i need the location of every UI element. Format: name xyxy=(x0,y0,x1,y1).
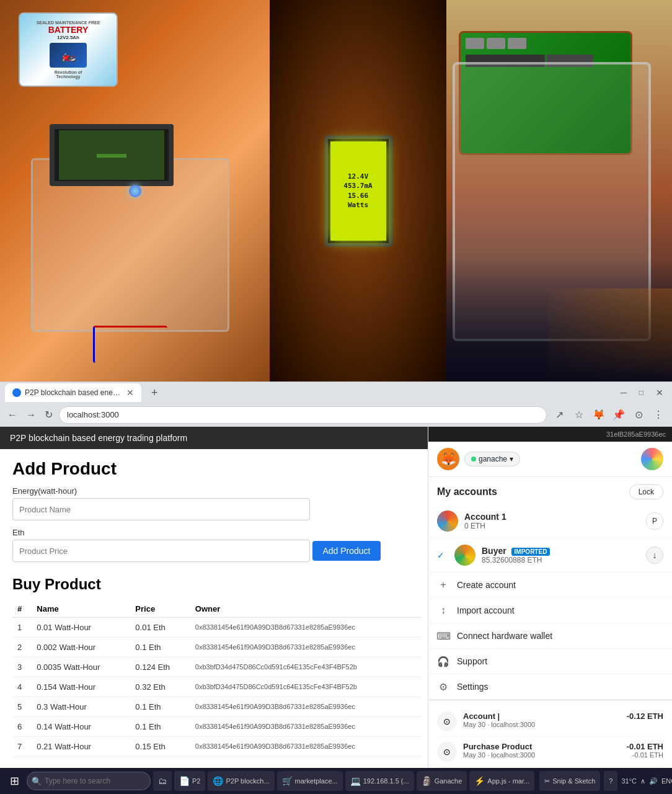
buyer-options-button[interactable]: ↓ xyxy=(646,546,663,564)
plus-icon: + xyxy=(437,579,449,591)
start-button[interactable]: ⊞ xyxy=(5,772,24,790)
taskbar-word-button[interactable]: 📄 P2 xyxy=(174,771,205,791)
account-item-1[interactable]: Account 1 0 ETH P xyxy=(428,504,672,538)
cell-price: 0.1 Eth xyxy=(130,697,190,716)
taskbar-marketplace-label: marketplace... xyxy=(295,777,338,785)
bookmark-icon[interactable]: ☆ xyxy=(570,406,588,424)
eth-label: Eth xyxy=(12,528,415,537)
col-header-id: # xyxy=(12,600,32,618)
metamask-body: 🦊 ganache ▾ My accounts Lock Account 1 0… xyxy=(428,442,672,774)
minimize-button[interactable]: ─ xyxy=(617,388,630,398)
cell-name: 0.01 Watt-Hour xyxy=(32,617,130,637)
settings-item[interactable]: ⚙ Settings xyxy=(428,674,672,700)
import-account-label: Import account xyxy=(457,605,515,615)
cell-owner: 0x83381454e61f90A99D3B8d67331e8285aE9936… xyxy=(190,716,422,736)
tab-close-button[interactable]: ✕ xyxy=(126,388,134,398)
network-chevron-icon: ▾ xyxy=(510,455,513,463)
account-item-buyer[interactable]: Buyer IMPORTED 85.32600888 ETH ↓ xyxy=(428,538,672,573)
account-1-name: Account 1 xyxy=(464,512,640,522)
profile-icon[interactable]: ⊙ xyxy=(630,406,647,424)
taskbar-appjs-button[interactable]: ⚡ App.js - mar... xyxy=(469,771,534,791)
taskbar-marketplace-button[interactable]: 🛒 marketplace... xyxy=(277,771,343,791)
tx-account-subtitle: May 30 · localhost:3000 xyxy=(463,721,621,728)
settings-label: Settings xyxy=(457,682,489,692)
eth-input[interactable] xyxy=(12,540,310,562)
snip-icon: ✂ xyxy=(544,777,550,785)
more-icon[interactable]: ⋮ xyxy=(650,406,667,424)
table-row: 6 0.14 Watt-Hour 0.1 Eth 0x83381454e61f9… xyxy=(12,716,422,736)
sound-icon: 🔊 xyxy=(649,777,658,785)
metamask-panel: 31elB285aE9936ec 🦊 ganache ▾ My accounts… xyxy=(428,427,672,787)
metamask-fox-icon: 🦊 xyxy=(437,448,459,470)
hardware-wallet-icon: ⌨ xyxy=(437,630,449,642)
cell-id: 6 xyxy=(12,716,32,736)
cell-id: 4 xyxy=(12,677,32,697)
forward-button[interactable]: → xyxy=(24,407,38,423)
buyer-avatar xyxy=(454,545,475,566)
lock-button[interactable]: Lock xyxy=(629,484,663,499)
col-header-price: Price xyxy=(130,600,190,618)
new-tab-button[interactable]: + xyxy=(146,386,163,399)
account-1-options-button[interactable]: P xyxy=(646,512,663,530)
taskbar-search-input[interactable] xyxy=(27,772,151,790)
help-button[interactable]: ? xyxy=(604,771,617,791)
support-item[interactable]: 🎧 Support xyxy=(428,649,672,674)
tx-purchase-amount: -0.01 ETH -0.01 ETH xyxy=(627,742,663,759)
ssh-icon: 💻 xyxy=(350,776,361,786)
account-1-info: Account 1 0 ETH xyxy=(464,512,640,530)
main-layout: P2P blockchain based energy trading plat… xyxy=(0,427,672,787)
network-selector[interactable]: ganache ▾ xyxy=(464,452,520,466)
metamask-extension-icon[interactable]: 🦊 xyxy=(590,406,608,424)
account-1-balance: 0 ETH xyxy=(464,522,640,530)
cell-id: 1 xyxy=(12,617,32,637)
buyer-balance: 85.32600888 ETH xyxy=(482,556,640,564)
cell-owner: 0x83381454e61f90A99D3B8d67331e8285aE9936… xyxy=(190,617,422,637)
taskbar-ganache-button[interactable]: 🗿 Ganache xyxy=(417,771,467,791)
browser-tab-active[interactable]: P2P blockchain based energy tr... ✕ xyxy=(5,383,141,402)
search-icon: 🔍 xyxy=(32,777,42,786)
language-display: ENG xyxy=(661,777,672,785)
maximize-button[interactable]: □ xyxy=(635,388,647,397)
cell-owner: 0xb3bfD34d475D86Cc0d591c64E135cFe43F4BF5… xyxy=(190,677,422,697)
photo-collage: SEALED MAINTENANCE FREE BATTERY 12V2.5Ah… xyxy=(0,0,672,381)
snip-sketch-button[interactable]: ✂ Snip & Sketch xyxy=(539,771,600,791)
webapp-header: P2P blockchain based energy trading plat… xyxy=(0,427,428,449)
close-button[interactable]: ✕ xyxy=(652,388,667,398)
add-product-button[interactable]: Add Product xyxy=(312,541,380,561)
pin-icon[interactable]: 📌 xyxy=(610,406,627,424)
cell-id: 3 xyxy=(12,657,32,677)
lcd-center: 12.4V 453.7mA 15.66 Watts xyxy=(324,135,392,247)
webapp-body: Add Product Energy(watt-hour) Eth Add Pr… xyxy=(0,449,428,767)
lcd-screen-left: ■■■■■■■■ xyxy=(59,130,164,180)
tx-purchase-info: Purchase Product May 30 · localhost:3000 xyxy=(463,742,621,759)
taskbar-blockchain-button[interactable]: 🌐 P2P blockch... xyxy=(208,771,274,791)
import-icon: ↕ xyxy=(437,604,449,617)
cell-name: 0.14 Watt-Hour xyxy=(32,716,130,736)
cell-name: 0.002 Watt-Hour xyxy=(32,637,130,657)
table-row: 4 0.154 Watt-Hour 0.32 Eth 0xb3bfD34d475… xyxy=(12,677,422,697)
cell-name: 0.0035 Watt-Hour xyxy=(32,657,130,677)
browser-addressbar: ← → ↻ ↗ ☆ 🦊 📌 ⊙ ⋮ xyxy=(0,403,672,427)
transaction-item-purchase: ⊙ Purchase Product May 30 · localhost:30… xyxy=(437,737,663,767)
col-header-owner: Owner xyxy=(190,600,422,618)
taskbar-files-button[interactable]: 🗂 xyxy=(153,771,172,791)
hardware-wallet-label: Connect hardware wallet xyxy=(457,631,552,641)
tx-account-info: Account | May 30 · localhost:3000 xyxy=(463,711,621,728)
browser-titlebar: P2P blockchain based energy tr... ✕ + ─ … xyxy=(0,382,672,403)
address-bar[interactable] xyxy=(59,406,547,424)
back-button[interactable]: ← xyxy=(5,407,20,423)
energy-input[interactable] xyxy=(12,498,310,520)
taskbar-ssh-button[interactable]: 💻 192.168.1.5 (... xyxy=(345,771,414,791)
photo-left: SEALED MAINTENANCE FREE BATTERY 12V2.5Ah… xyxy=(0,0,270,381)
buyer-name: Buyer IMPORTED xyxy=(482,546,640,556)
cell-name: 0.154 Watt-Hour xyxy=(32,677,130,697)
settings-icon: ⚙ xyxy=(437,680,449,693)
share-icon[interactable]: ↗ xyxy=(550,406,568,424)
hardware-wallet-item[interactable]: ⌨ Connect hardware wallet xyxy=(428,623,672,649)
import-account-item[interactable]: ↕ Import account xyxy=(428,598,672,623)
refresh-button[interactable]: ↻ xyxy=(42,406,55,423)
create-account-item[interactable]: + Create account xyxy=(428,573,672,598)
help-icon: ? xyxy=(609,777,612,785)
network-icon: ∧ xyxy=(640,777,645,785)
lcd-display-left: ■■■■■■■■ xyxy=(50,124,174,186)
